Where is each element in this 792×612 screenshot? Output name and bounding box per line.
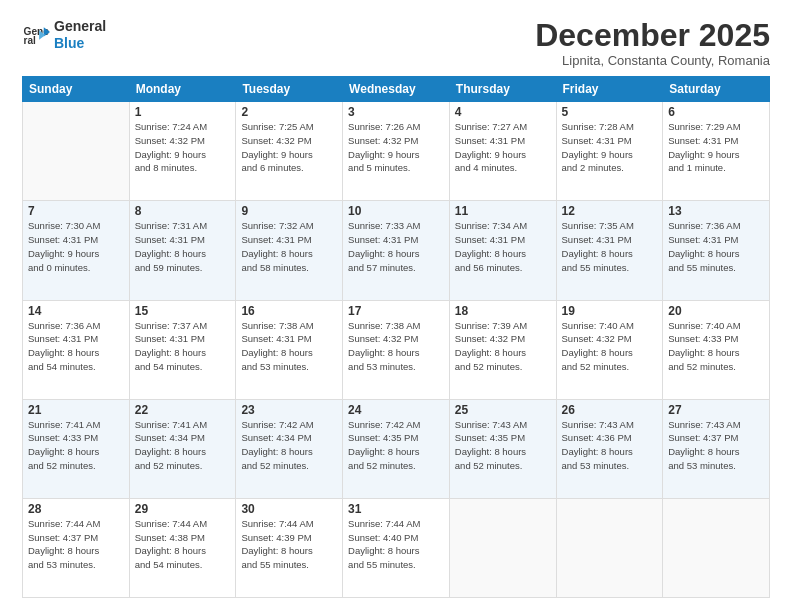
day-info: Sunrise: 7:36 AM Sunset: 4:31 PM Dayligh… xyxy=(668,219,764,274)
calendar-cell: 23Sunrise: 7:42 AM Sunset: 4:34 PM Dayli… xyxy=(236,399,343,498)
day-info: Sunrise: 7:44 AM Sunset: 4:37 PM Dayligh… xyxy=(28,517,124,572)
calendar-cell: 20Sunrise: 7:40 AM Sunset: 4:33 PM Dayli… xyxy=(663,300,770,399)
calendar-cell: 3Sunrise: 7:26 AM Sunset: 4:32 PM Daylig… xyxy=(343,102,450,201)
calendar-body: 1Sunrise: 7:24 AM Sunset: 4:32 PM Daylig… xyxy=(23,102,770,598)
subtitle: Lipnita, Constanta County, Romania xyxy=(535,53,770,68)
calendar-cell: 26Sunrise: 7:43 AM Sunset: 4:36 PM Dayli… xyxy=(556,399,663,498)
calendar-cell: 31Sunrise: 7:44 AM Sunset: 4:40 PM Dayli… xyxy=(343,498,450,597)
day-number: 30 xyxy=(241,502,337,516)
day-number: 19 xyxy=(562,304,658,318)
calendar-cell: 30Sunrise: 7:44 AM Sunset: 4:39 PM Dayli… xyxy=(236,498,343,597)
calendar-cell xyxy=(556,498,663,597)
calendar-cell: 17Sunrise: 7:38 AM Sunset: 4:32 PM Dayli… xyxy=(343,300,450,399)
day-number: 27 xyxy=(668,403,764,417)
day-info: Sunrise: 7:44 AM Sunset: 4:38 PM Dayligh… xyxy=(135,517,231,572)
logo-icon: Gene ral xyxy=(22,21,50,49)
day-number: 18 xyxy=(455,304,551,318)
day-number: 22 xyxy=(135,403,231,417)
day-info: Sunrise: 7:38 AM Sunset: 4:32 PM Dayligh… xyxy=(348,319,444,374)
calendar-cell: 24Sunrise: 7:42 AM Sunset: 4:35 PM Dayli… xyxy=(343,399,450,498)
day-number: 28 xyxy=(28,502,124,516)
calendar-cell: 10Sunrise: 7:33 AM Sunset: 4:31 PM Dayli… xyxy=(343,201,450,300)
day-info: Sunrise: 7:42 AM Sunset: 4:34 PM Dayligh… xyxy=(241,418,337,473)
calendar-week-1: 1Sunrise: 7:24 AM Sunset: 4:32 PM Daylig… xyxy=(23,102,770,201)
calendar-cell: 4Sunrise: 7:27 AM Sunset: 4:31 PM Daylig… xyxy=(449,102,556,201)
day-number: 9 xyxy=(241,204,337,218)
calendar-week-5: 28Sunrise: 7:44 AM Sunset: 4:37 PM Dayli… xyxy=(23,498,770,597)
calendar-cell: 29Sunrise: 7:44 AM Sunset: 4:38 PM Dayli… xyxy=(129,498,236,597)
day-info: Sunrise: 7:25 AM Sunset: 4:32 PM Dayligh… xyxy=(241,120,337,175)
calendar-cell: 8Sunrise: 7:31 AM Sunset: 4:31 PM Daylig… xyxy=(129,201,236,300)
calendar-cell: 15Sunrise: 7:37 AM Sunset: 4:31 PM Dayli… xyxy=(129,300,236,399)
calendar-cell: 27Sunrise: 7:43 AM Sunset: 4:37 PM Dayli… xyxy=(663,399,770,498)
logo-line1: General xyxy=(54,18,106,35)
day-number: 2 xyxy=(241,105,337,119)
calendar-cell: 5Sunrise: 7:28 AM Sunset: 4:31 PM Daylig… xyxy=(556,102,663,201)
day-number: 11 xyxy=(455,204,551,218)
header: Gene ral General Blue December 2025 Lipn… xyxy=(22,18,770,68)
calendar-cell xyxy=(663,498,770,597)
day-number: 12 xyxy=(562,204,658,218)
day-info: Sunrise: 7:38 AM Sunset: 4:31 PM Dayligh… xyxy=(241,319,337,374)
calendar-cell: 14Sunrise: 7:36 AM Sunset: 4:31 PM Dayli… xyxy=(23,300,130,399)
day-number: 16 xyxy=(241,304,337,318)
day-info: Sunrise: 7:40 AM Sunset: 4:33 PM Dayligh… xyxy=(668,319,764,374)
logo-line2: Blue xyxy=(54,35,106,52)
calendar-cell: 1Sunrise: 7:24 AM Sunset: 4:32 PM Daylig… xyxy=(129,102,236,201)
calendar-cell: 21Sunrise: 7:41 AM Sunset: 4:33 PM Dayli… xyxy=(23,399,130,498)
calendar-cell: 9Sunrise: 7:32 AM Sunset: 4:31 PM Daylig… xyxy=(236,201,343,300)
calendar-cell: 19Sunrise: 7:40 AM Sunset: 4:32 PM Dayli… xyxy=(556,300,663,399)
day-info: Sunrise: 7:42 AM Sunset: 4:35 PM Dayligh… xyxy=(348,418,444,473)
day-info: Sunrise: 7:26 AM Sunset: 4:32 PM Dayligh… xyxy=(348,120,444,175)
weekday-friday: Friday xyxy=(556,77,663,102)
calendar-cell: 28Sunrise: 7:44 AM Sunset: 4:37 PM Dayli… xyxy=(23,498,130,597)
calendar-cell: 16Sunrise: 7:38 AM Sunset: 4:31 PM Dayli… xyxy=(236,300,343,399)
day-info: Sunrise: 7:41 AM Sunset: 4:34 PM Dayligh… xyxy=(135,418,231,473)
day-info: Sunrise: 7:41 AM Sunset: 4:33 PM Dayligh… xyxy=(28,418,124,473)
day-info: Sunrise: 7:35 AM Sunset: 4:31 PM Dayligh… xyxy=(562,219,658,274)
day-info: Sunrise: 7:44 AM Sunset: 4:39 PM Dayligh… xyxy=(241,517,337,572)
weekday-saturday: Saturday xyxy=(663,77,770,102)
day-info: Sunrise: 7:27 AM Sunset: 4:31 PM Dayligh… xyxy=(455,120,551,175)
month-title: December 2025 xyxy=(535,18,770,53)
day-number: 29 xyxy=(135,502,231,516)
day-info: Sunrise: 7:43 AM Sunset: 4:36 PM Dayligh… xyxy=(562,418,658,473)
weekday-header-row: SundayMondayTuesdayWednesdayThursdayFrid… xyxy=(23,77,770,102)
calendar-week-3: 14Sunrise: 7:36 AM Sunset: 4:31 PM Dayli… xyxy=(23,300,770,399)
day-info: Sunrise: 7:40 AM Sunset: 4:32 PM Dayligh… xyxy=(562,319,658,374)
day-info: Sunrise: 7:43 AM Sunset: 4:37 PM Dayligh… xyxy=(668,418,764,473)
day-info: Sunrise: 7:32 AM Sunset: 4:31 PM Dayligh… xyxy=(241,219,337,274)
weekday-monday: Monday xyxy=(129,77,236,102)
day-number: 14 xyxy=(28,304,124,318)
day-number: 26 xyxy=(562,403,658,417)
calendar-cell: 25Sunrise: 7:43 AM Sunset: 4:35 PM Dayli… xyxy=(449,399,556,498)
calendar-cell: 13Sunrise: 7:36 AM Sunset: 4:31 PM Dayli… xyxy=(663,201,770,300)
weekday-thursday: Thursday xyxy=(449,77,556,102)
day-number: 4 xyxy=(455,105,551,119)
day-number: 1 xyxy=(135,105,231,119)
day-number: 7 xyxy=(28,204,124,218)
calendar-cell: 11Sunrise: 7:34 AM Sunset: 4:31 PM Dayli… xyxy=(449,201,556,300)
day-info: Sunrise: 7:37 AM Sunset: 4:31 PM Dayligh… xyxy=(135,319,231,374)
day-info: Sunrise: 7:39 AM Sunset: 4:32 PM Dayligh… xyxy=(455,319,551,374)
calendar-cell: 6Sunrise: 7:29 AM Sunset: 4:31 PM Daylig… xyxy=(663,102,770,201)
day-info: Sunrise: 7:44 AM Sunset: 4:40 PM Dayligh… xyxy=(348,517,444,572)
day-number: 8 xyxy=(135,204,231,218)
day-number: 24 xyxy=(348,403,444,417)
calendar-week-2: 7Sunrise: 7:30 AM Sunset: 4:31 PM Daylig… xyxy=(23,201,770,300)
day-info: Sunrise: 7:28 AM Sunset: 4:31 PM Dayligh… xyxy=(562,120,658,175)
calendar-cell: 7Sunrise: 7:30 AM Sunset: 4:31 PM Daylig… xyxy=(23,201,130,300)
calendar-cell xyxy=(449,498,556,597)
calendar-cell xyxy=(23,102,130,201)
day-number: 20 xyxy=(668,304,764,318)
calendar-page: Gene ral General Blue December 2025 Lipn… xyxy=(0,0,792,612)
calendar-week-4: 21Sunrise: 7:41 AM Sunset: 4:33 PM Dayli… xyxy=(23,399,770,498)
day-info: Sunrise: 7:24 AM Sunset: 4:32 PM Dayligh… xyxy=(135,120,231,175)
calendar-cell: 12Sunrise: 7:35 AM Sunset: 4:31 PM Dayli… xyxy=(556,201,663,300)
calendar-cell: 18Sunrise: 7:39 AM Sunset: 4:32 PM Dayli… xyxy=(449,300,556,399)
day-number: 3 xyxy=(348,105,444,119)
day-number: 15 xyxy=(135,304,231,318)
weekday-tuesday: Tuesday xyxy=(236,77,343,102)
day-number: 31 xyxy=(348,502,444,516)
svg-text:ral: ral xyxy=(24,35,37,46)
